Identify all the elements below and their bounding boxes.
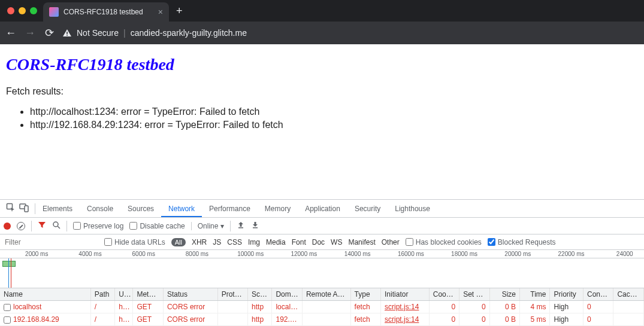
minimize-window-icon[interactable] xyxy=(19,7,26,14)
table-row[interactable]: localhost/h…GETCORS errorhttplocal…fetch… xyxy=(0,301,644,313)
tab-memory[interactable]: Memory xyxy=(258,200,298,217)
timeline-ruler[interactable]: 2000 ms 4000 ms 6000 ms 8000 ms 10000 ms… xyxy=(0,250,644,258)
table-row[interactable]: 192.168.84.29/h…GETCORS errorhttp192.…fe… xyxy=(0,313,644,326)
filter-other[interactable]: Other xyxy=(382,238,400,246)
security-text: Not Secure xyxy=(77,28,119,38)
col-type[interactable]: Type xyxy=(350,288,380,301)
tab-sources[interactable]: Sources xyxy=(120,200,161,217)
record-button[interactable] xyxy=(4,223,11,230)
page-title: CORS-RFC1918 testbed xyxy=(6,55,638,74)
timeline-overview[interactable] xyxy=(0,258,644,288)
filter-xhr[interactable]: XHR xyxy=(192,238,207,246)
clear-button[interactable] xyxy=(17,222,25,230)
blocked-requests-checkbox[interactable]: Blocked Requests xyxy=(488,238,556,246)
search-icon[interactable] xyxy=(52,221,61,231)
filter-img[interactable]: Img xyxy=(248,238,260,246)
disable-cache-checkbox[interactable]: Disable cache xyxy=(129,222,185,230)
url-divider: | xyxy=(123,28,126,38)
upload-icon[interactable] xyxy=(237,221,245,231)
forward-button[interactable]: → xyxy=(24,27,36,39)
tab-elements[interactable]: Elements xyxy=(35,200,80,217)
list-item: http://192.168.84.29:1234: error = TypeE… xyxy=(30,120,638,130)
table-header-row: Name Path U… Meth… Status Proto… Sc… Dom… xyxy=(0,288,644,301)
col-cookies[interactable]: Cook… xyxy=(429,288,459,301)
preserve-log-checkbox[interactable]: Preserve log xyxy=(73,222,123,230)
devtools: Elements Console Sources Network Perform… xyxy=(0,199,644,326)
col-remote[interactable]: Remote Ad… xyxy=(302,288,350,301)
svg-line-6 xyxy=(58,226,60,228)
throttle-select[interactable]: Online ▾ xyxy=(191,222,225,230)
col-path[interactable]: Path xyxy=(90,288,114,301)
svg-rect-7 xyxy=(238,227,243,228)
maximize-window-icon[interactable] xyxy=(30,7,37,14)
ruler-tick: 4000 ms xyxy=(78,251,101,257)
download-icon[interactable] xyxy=(251,221,259,231)
results-label: Fetch results: xyxy=(6,86,638,97)
col-name[interactable]: Name xyxy=(0,288,90,301)
blocked-cookies-checkbox[interactable]: Has blocked cookies xyxy=(406,238,482,246)
row-checkbox[interactable] xyxy=(4,304,11,311)
col-url[interactable]: U… xyxy=(115,288,133,301)
load-line-icon xyxy=(11,258,11,288)
blocked-cookies-label: Has blocked cookies xyxy=(416,238,482,246)
filter-doc[interactable]: Doc xyxy=(312,238,325,246)
back-button[interactable]: ← xyxy=(5,27,17,39)
filter-manifest[interactable]: Manifest xyxy=(348,238,375,246)
list-item: http://localhost:1234: error = TypeError… xyxy=(30,106,638,117)
filter-input[interactable] xyxy=(2,238,98,246)
col-cache[interactable]: Cac… xyxy=(613,288,644,301)
device-toggle-icon[interactable] xyxy=(19,203,29,214)
ruler-tick: 2000 ms xyxy=(25,251,48,257)
filter-all[interactable]: All xyxy=(171,238,186,246)
ruler-tick: 8000 ms xyxy=(186,251,208,257)
reload-button[interactable]: ⟳ xyxy=(43,26,55,39)
blocked-requests-label: Blocked Requests xyxy=(498,238,556,246)
row-checkbox[interactable] xyxy=(4,316,11,324)
browser-tab[interactable]: CORS-RFC1918 testbed × xyxy=(43,2,169,22)
tab-lighthouse[interactable]: Lighthouse xyxy=(388,200,437,217)
col-protocol[interactable]: Proto… xyxy=(217,288,247,301)
col-initiator[interactable]: Initiator xyxy=(381,288,430,301)
not-secure-icon xyxy=(62,29,72,37)
col-method[interactable]: Meth… xyxy=(133,288,163,301)
tab-console[interactable]: Console xyxy=(80,200,120,217)
col-conn[interactable]: Conn… xyxy=(583,288,613,301)
col-scheme[interactable]: Sc… xyxy=(248,288,272,301)
tab-close-icon[interactable]: × xyxy=(158,8,163,16)
filter-icon[interactable] xyxy=(38,221,46,231)
initiator-link[interactable]: script.js:14 xyxy=(385,315,419,324)
filter-css[interactable]: CSS xyxy=(227,238,242,246)
tab-network[interactable]: Network xyxy=(161,200,202,217)
devtools-tabs: Elements Console Sources Network Perform… xyxy=(0,200,644,218)
tabstrip: CORS-RFC1918 testbed × + xyxy=(0,0,644,22)
col-priority[interactable]: Priority xyxy=(550,288,583,301)
ruler-tick: 24000 xyxy=(616,251,633,257)
request-bar-icon xyxy=(2,261,16,267)
hide-data-urls-checkbox[interactable]: Hide data URLs xyxy=(104,238,165,246)
domcontent-line-icon xyxy=(8,258,9,288)
col-time[interactable]: Time xyxy=(520,288,550,301)
col-domain[interactable]: Dom… xyxy=(272,288,302,301)
col-status[interactable]: Status xyxy=(163,288,217,301)
filter-font[interactable]: Font xyxy=(292,238,306,246)
tab-title: CORS-RFC1918 testbed xyxy=(64,8,143,16)
throttle-value: Online xyxy=(198,222,219,230)
col-setcookies[interactable]: Set C… xyxy=(459,288,489,301)
filter-js[interactable]: JS xyxy=(213,238,221,246)
network-toolbar: Preserve log Disable cache Online ▾ xyxy=(0,218,644,234)
url-text: candied-sparkly-guilty.glitch.me xyxy=(131,28,247,38)
inspect-icon[interactable] xyxy=(6,203,16,214)
chevron-down-icon: ▾ xyxy=(220,222,224,230)
tab-application[interactable]: Application xyxy=(298,200,347,217)
tab-security[interactable]: Security xyxy=(347,200,388,217)
disable-cache-label: Disable cache xyxy=(140,222,185,230)
initiator-link[interactable]: script.js:14 xyxy=(385,303,419,311)
filter-media[interactable]: Media xyxy=(266,238,286,246)
ruler-tick: 10000 ms xyxy=(237,251,264,257)
close-window-icon[interactable] xyxy=(7,7,14,14)
filter-ws[interactable]: WS xyxy=(331,238,342,246)
new-tab-button[interactable]: + xyxy=(173,5,186,17)
omnibox[interactable]: Not Secure | candied-sparkly-guilty.glit… xyxy=(62,28,639,38)
col-size[interactable]: Size xyxy=(489,288,519,301)
tab-performance[interactable]: Performance xyxy=(202,200,258,217)
